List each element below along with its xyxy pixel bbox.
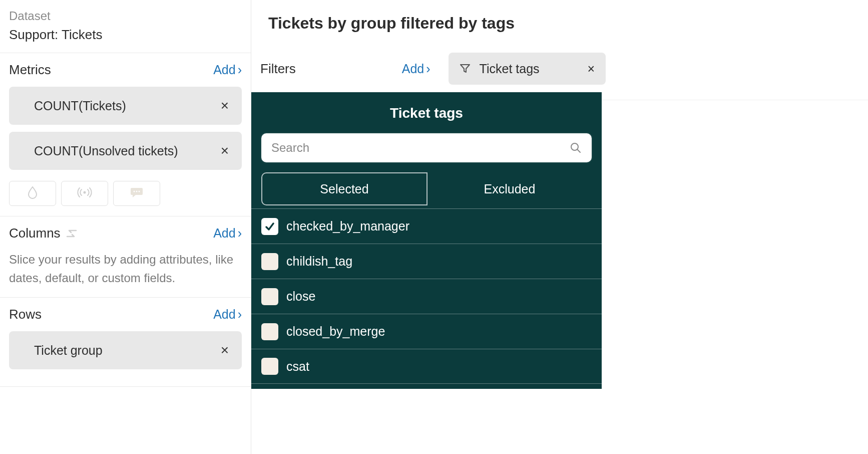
- tag-list: checked_by_managerchildish_tagcloseclose…: [251, 208, 602, 384]
- tag-label: childish_tag: [286, 254, 352, 269]
- svg-point-0: [84, 191, 86, 194]
- add-row-button[interactable]: Add ›: [213, 307, 242, 322]
- rows-section: Rows Add › Ticket group ×: [0, 298, 251, 387]
- report-title[interactable]: Tickets by group filtered by tags: [251, 0, 868, 53]
- funnel-icon: [460, 63, 471, 74]
- tag-label: checked_by_manager: [286, 219, 409, 234]
- close-icon[interactable]: ×: [219, 342, 231, 358]
- droplet-icon: [27, 186, 38, 201]
- dataset-value[interactable]: Support: Tickets: [9, 27, 242, 43]
- chevron-right-icon: ›: [426, 63, 430, 75]
- tab-excluded[interactable]: Excluded: [427, 172, 592, 205]
- broadcast-tool-button[interactable]: [61, 181, 108, 206]
- close-icon[interactable]: ×: [219, 98, 231, 114]
- dataset-label: Dataset: [9, 9, 242, 23]
- add-filter-button[interactable]: Add ›: [402, 62, 430, 76]
- metric-chip-label: COUNT(Unsolved tickets): [34, 144, 178, 158]
- metric-chip[interactable]: COUNT(Tickets) ×: [9, 87, 242, 125]
- chevron-right-icon: ›: [238, 308, 242, 321]
- add-label: Add: [213, 63, 235, 77]
- filter-chip[interactable]: Ticket tags ×: [449, 53, 606, 85]
- add-column-button[interactable]: Add ›: [213, 226, 242, 241]
- checkbox[interactable]: [261, 323, 278, 340]
- close-icon[interactable]: ×: [219, 143, 231, 159]
- checkbox[interactable]: [261, 288, 278, 305]
- chevron-right-icon: ›: [238, 227, 242, 240]
- tag-row[interactable]: csat: [251, 349, 602, 384]
- add-metric-button[interactable]: Add ›: [213, 63, 242, 77]
- checkbox[interactable]: [261, 358, 278, 375]
- dataset-section: Dataset Support: Tickets: [0, 0, 251, 53]
- columns-section: Columns Add › Slice your results by addi…: [0, 216, 251, 298]
- comment-icon: [130, 186, 143, 200]
- checkbox[interactable]: [261, 253, 278, 270]
- tag-label: csat: [286, 359, 309, 374]
- columns-title-text: Columns: [9, 225, 61, 241]
- search-input-wrap[interactable]: [261, 133, 592, 162]
- tag-row[interactable]: childish_tag: [251, 244, 602, 279]
- close-icon[interactable]: ×: [588, 62, 595, 76]
- row-chip[interactable]: Ticket group ×: [9, 331, 242, 369]
- popover-title: Ticket tags: [251, 92, 602, 133]
- search-icon: [570, 142, 582, 154]
- metrics-section: Metrics Add › COUNT(Tickets) × COUNT(Uns…: [0, 53, 251, 216]
- rows-title: Rows: [9, 307, 42, 322]
- add-label: Add: [213, 307, 235, 322]
- swap-axes-icon[interactable]: [66, 228, 78, 240]
- filters-label: Filters: [260, 61, 296, 77]
- add-label: Add: [213, 226, 235, 241]
- tag-label: closed_by_merge: [286, 324, 385, 339]
- metric-chip[interactable]: COUNT(Unsolved tickets) ×: [9, 132, 242, 170]
- checkbox[interactable]: [261, 218, 278, 235]
- svg-point-1: [134, 191, 135, 192]
- tag-label: close: [286, 289, 315, 304]
- metrics-title: Metrics: [9, 62, 51, 78]
- columns-hint: Slice your results by adding attributes,…: [9, 250, 242, 287]
- search-input[interactable]: [271, 141, 565, 155]
- add-label: Add: [402, 62, 424, 76]
- svg-point-2: [136, 191, 138, 192]
- svg-point-3: [139, 191, 140, 192]
- chevron-right-icon: ›: [238, 64, 242, 76]
- filter-chip-label: Ticket tags: [480, 62, 540, 76]
- tab-selected[interactable]: Selected: [261, 172, 427, 205]
- tag-row[interactable]: checked_by_manager: [251, 208, 602, 244]
- broadcast-icon: [77, 187, 92, 199]
- filter-popover: Ticket tags Selected Excluded checked_by…: [251, 92, 602, 389]
- metric-chip-label: COUNT(Tickets): [34, 99, 126, 113]
- sidebar: Dataset Support: Tickets Metrics Add › C…: [0, 0, 251, 454]
- metric-tools: [9, 181, 242, 206]
- color-tool-button[interactable]: [9, 181, 56, 206]
- tag-row[interactable]: closed_by_merge: [251, 314, 602, 349]
- row-chip-label: Ticket group: [34, 343, 103, 358]
- comment-tool-button[interactable]: [113, 181, 160, 206]
- tab-segment: Selected Excluded: [251, 172, 602, 208]
- columns-title: Columns: [9, 225, 78, 241]
- tag-row[interactable]: close: [251, 279, 602, 314]
